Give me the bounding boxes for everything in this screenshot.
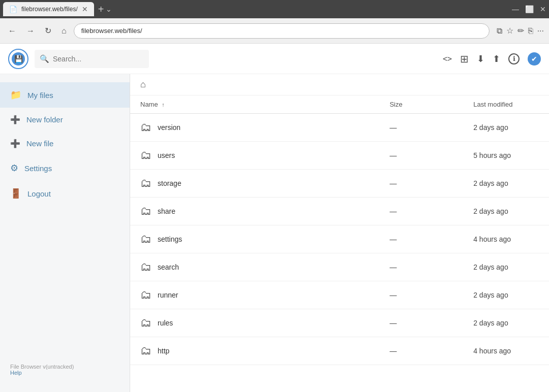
table-row[interactable]: 🗂 version — 2 days ago xyxy=(130,114,549,142)
close-button[interactable]: ✕ xyxy=(540,5,546,13)
download-button[interactable]: ⬇ xyxy=(477,53,484,64)
search-icon: 🔍 xyxy=(40,54,49,63)
minimize-button[interactable]: — xyxy=(512,5,519,13)
table-row[interactable]: 🗂 storage — 2 days ago xyxy=(130,170,549,198)
browser-toolbar: ⧉ ☆ ✏ ⎘ ··· xyxy=(497,26,544,36)
app-header: 💾 🔍 <> ⊞ ⬇ ⬆ ℹ ✔ xyxy=(0,44,549,74)
col-header-modified[interactable]: Last modified xyxy=(465,95,549,114)
info-button[interactable]: ℹ xyxy=(508,53,520,64)
new-folder-icon: ➕ xyxy=(10,115,20,124)
address-bar-row: ← → ↻ ⌂ ⧉ ☆ ✏ ⎘ ··· xyxy=(0,18,549,44)
check-button[interactable]: ✔ xyxy=(528,52,541,66)
table-row[interactable]: 🗂 settings — 4 hours ago xyxy=(130,225,549,253)
folder-icon: 🗂 xyxy=(140,288,151,302)
file-name-text: version xyxy=(158,123,180,132)
file-name-text: users xyxy=(158,151,175,159)
window-controls: — ⬜ ✕ xyxy=(512,5,546,13)
file-size-cell: — xyxy=(381,142,465,170)
file-size-cell: — xyxy=(381,170,465,198)
table-row[interactable]: 🗂 users — 5 hours ago xyxy=(130,142,549,170)
file-name-cell: 🗂 runner xyxy=(130,281,381,309)
sidebar-item-logout[interactable]: 🚪 Logout xyxy=(0,181,130,206)
file-modified-cell: 2 days ago xyxy=(465,170,549,198)
code-view-button[interactable]: <> xyxy=(443,54,452,63)
file-name-cell: 🗂 rules xyxy=(130,309,381,337)
favorites-icon[interactable]: ☆ xyxy=(506,26,513,36)
tab-title: filebrowser.web/files/ xyxy=(21,6,78,13)
search-input[interactable] xyxy=(35,50,149,68)
file-name-cell: 🗂 search xyxy=(130,253,381,281)
file-name-text: http xyxy=(158,347,169,355)
table-header-row: Name ↑ Size Last modified xyxy=(130,95,549,114)
file-table-body: 🗂 version — 2 days ago 🗂 users — 5 hours… xyxy=(130,114,549,365)
file-name-text: runner xyxy=(158,291,178,299)
file-name-text: storage xyxy=(158,179,181,187)
sidebar-label-new-file: New file xyxy=(26,139,53,148)
logout-icon: 🚪 xyxy=(10,188,21,199)
upload-button[interactable]: ⬆ xyxy=(493,53,500,64)
home-button[interactable]: ⌂ xyxy=(58,24,70,38)
share-icon[interactable]: ⎘ xyxy=(528,26,533,36)
table-row[interactable]: 🗂 share — 2 days ago xyxy=(130,198,549,225)
back-button[interactable]: ← xyxy=(5,24,19,38)
sidebar-item-new-folder[interactable]: ➕ New folder xyxy=(0,108,130,132)
footer-version: File Browser v(untracked) xyxy=(10,364,119,370)
app-logo[interactable]: 💾 xyxy=(8,49,28,69)
file-modified-cell: 4 hours ago xyxy=(465,337,549,365)
table-row[interactable]: 🗂 search — 2 days ago xyxy=(130,253,549,281)
address-input[interactable] xyxy=(74,23,490,39)
file-modified-cell: 5 hours ago xyxy=(465,142,549,170)
more-icon[interactable]: ··· xyxy=(537,26,544,36)
header-actions: <> ⊞ ⬇ ⬆ ℹ ✔ xyxy=(443,52,541,66)
file-name-text: rules xyxy=(158,319,173,327)
notes-icon[interactable]: ✏ xyxy=(517,26,524,36)
file-modified-cell: 2 days ago xyxy=(465,281,549,309)
col-header-size[interactable]: Size xyxy=(381,95,465,114)
col-header-name[interactable]: Name ↑ xyxy=(130,95,381,114)
main-content: ⌂ Name ↑ Size Last modified xyxy=(130,74,549,392)
file-modified-cell: 2 days ago xyxy=(465,253,549,281)
folder-icon: 🗂 xyxy=(140,233,151,246)
footer-help[interactable]: Help xyxy=(10,370,119,376)
table-row[interactable]: 🗂 rules — 2 days ago xyxy=(130,309,549,337)
forward-button[interactable]: → xyxy=(23,24,38,38)
file-name-text: search xyxy=(158,263,179,271)
file-modified-cell: 2 days ago xyxy=(465,114,549,142)
active-tab[interactable]: 📄 filebrowser.web/files/ ✕ xyxy=(3,2,94,16)
refresh-button[interactable]: ↻ xyxy=(42,24,54,38)
file-name-text: settings xyxy=(158,235,182,243)
sidebar-label-settings: Settings xyxy=(24,164,52,173)
sidebar: 📁 My files ➕ New folder ➕ New file ⚙ Set… xyxy=(0,74,130,392)
file-size-cell: — xyxy=(381,114,465,142)
file-name-cell: 🗂 version xyxy=(130,114,381,142)
file-name-cell: 🗂 storage xyxy=(130,170,381,198)
file-size-cell: — xyxy=(381,225,465,253)
split-view-icon[interactable]: ⧉ xyxy=(497,26,502,36)
sidebar-item-settings[interactable]: ⚙ Settings xyxy=(0,155,130,181)
sidebar-item-new-file[interactable]: ➕ New file xyxy=(0,132,130,155)
tab-overflow-button[interactable]: ⌄ xyxy=(106,5,112,13)
table-row[interactable]: 🗂 runner — 2 days ago xyxy=(130,281,549,309)
breadcrumb-home[interactable]: ⌂ xyxy=(140,79,146,90)
tab-close-button[interactable]: ✕ xyxy=(82,5,88,13)
new-file-icon: ➕ xyxy=(10,139,20,148)
tab-favicon: 📄 xyxy=(9,6,17,13)
restore-button[interactable]: ⬜ xyxy=(525,5,534,13)
table-row[interactable]: 🗂 http — 4 hours ago xyxy=(130,337,549,365)
my-files-icon: 📁 xyxy=(10,89,21,101)
main-layout: 📁 My files ➕ New folder ➕ New file ⚙ Set… xyxy=(0,74,549,392)
grid-view-button[interactable]: ⊞ xyxy=(460,53,469,65)
settings-icon: ⚙ xyxy=(10,162,18,174)
folder-icon: 🗂 xyxy=(140,149,151,162)
file-name-cell: 🗂 settings xyxy=(130,225,381,253)
folder-icon: 🗂 xyxy=(140,177,151,190)
file-size-cell: — xyxy=(381,337,465,365)
new-tab-button[interactable]: + xyxy=(98,4,104,15)
folder-icon: 🗂 xyxy=(140,121,151,134)
file-name-cell: 🗂 share xyxy=(130,198,381,225)
file-size-cell: — xyxy=(381,309,465,337)
sidebar-item-my-files[interactable]: 📁 My files xyxy=(0,82,130,108)
tab-bar: 📄 filebrowser.web/files/ ✕ + ⌄ — ⬜ ✕ xyxy=(0,0,549,18)
sidebar-label-new-folder: New folder xyxy=(26,115,63,124)
breadcrumb-bar: ⌂ xyxy=(130,74,549,95)
